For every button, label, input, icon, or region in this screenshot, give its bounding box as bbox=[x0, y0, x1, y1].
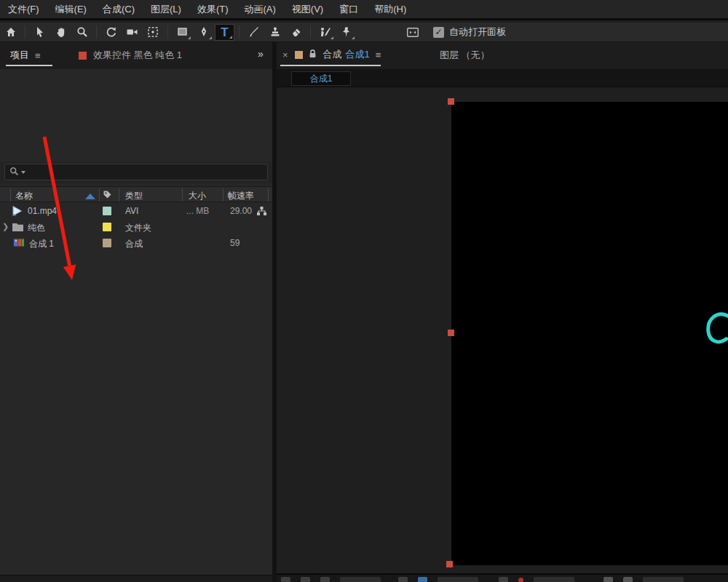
search-icon bbox=[9, 166, 19, 179]
tab-layer[interactable]: 图层 （无） bbox=[440, 49, 490, 62]
composition-text-glyph bbox=[705, 303, 728, 356]
home-button[interactable] bbox=[1, 24, 20, 41]
layer-handle-mid-left[interactable] bbox=[448, 330, 454, 336]
label-column-icon[interactable] bbox=[103, 190, 112, 202]
footer-icon[interactable] bbox=[281, 577, 290, 582]
puppet-pin-tool-button[interactable] bbox=[336, 24, 356, 41]
selection-tool-button[interactable] bbox=[30, 24, 50, 41]
column-size[interactable]: 大小 bbox=[189, 190, 206, 202]
brush-tool-button[interactable] bbox=[244, 24, 264, 41]
table-row[interactable]: 合成 1 合成 59 bbox=[0, 235, 272, 251]
flyout-indicator-icon bbox=[188, 36, 191, 39]
layer-handle-bottom-left[interactable] bbox=[446, 561, 453, 567]
project-panel-footer bbox=[0, 575, 272, 582]
footer-icon[interactable] bbox=[623, 577, 633, 582]
hand-tool-button[interactable] bbox=[51, 24, 71, 41]
footer-dropdown[interactable] bbox=[340, 577, 381, 582]
folder-icon bbox=[12, 222, 24, 234]
panel-menu-icon[interactable]: ≡ bbox=[376, 49, 381, 60]
active-tab-underline bbox=[280, 65, 381, 66]
menu-help[interactable]: 帮助(H) bbox=[366, 3, 414, 16]
footer-dropdown[interactable] bbox=[643, 577, 684, 582]
type-tool-icon: T bbox=[221, 26, 228, 39]
footer-icon[interactable] bbox=[518, 578, 523, 582]
menu-layer[interactable]: 图层(L) bbox=[143, 3, 189, 16]
pan-behind-tool-button[interactable] bbox=[143, 24, 163, 41]
auto-open-panel-checkbox[interactable]: ✓ bbox=[433, 27, 444, 38]
footer-icon[interactable] bbox=[301, 577, 310, 582]
rotate-tool-button[interactable] bbox=[101, 24, 121, 41]
pan-behind-tool-icon bbox=[147, 26, 159, 38]
table-row[interactable]: ❯ 纯色 文件夹 bbox=[0, 219, 272, 235]
footer-icon[interactable] bbox=[398, 577, 408, 582]
column-framerate[interactable]: 帧速率 bbox=[228, 190, 254, 202]
roto-brush-tool-button[interactable] bbox=[315, 24, 335, 41]
rectangle-tool-button[interactable] bbox=[173, 24, 192, 41]
footer-icon[interactable] bbox=[418, 577, 427, 582]
eraser-tool-button[interactable] bbox=[286, 24, 306, 41]
panel-toggle-button[interactable] bbox=[403, 24, 422, 41]
brush-tool-icon bbox=[248, 26, 260, 38]
camera-tool-icon bbox=[126, 26, 138, 38]
tools-toolbar: T ✓ 自动打开面板 bbox=[0, 23, 728, 42]
layer-handle-top-left[interactable] bbox=[448, 98, 454, 105]
table-row[interactable]: 01.mp4 AVI ... MB 29.00 bbox=[0, 203, 272, 219]
clone-stamp-tool-button[interactable] bbox=[265, 24, 285, 41]
viewer-subtab-comp1[interactable]: 合成1 bbox=[291, 71, 351, 86]
toolbar-divider bbox=[96, 25, 97, 39]
footer-dropdown[interactable] bbox=[534, 577, 574, 582]
label-color-chip[interactable] bbox=[103, 239, 111, 247]
sort-ascending-icon[interactable] bbox=[85, 194, 95, 199]
expand-chevron-icon[interactable]: ❯ bbox=[2, 222, 9, 231]
search-options-caret-icon[interactable] bbox=[21, 171, 25, 174]
pen-tool-button[interactable] bbox=[194, 24, 213, 41]
label-color-chip[interactable] bbox=[103, 207, 111, 215]
item-type: 文件夹 bbox=[125, 222, 151, 234]
column-type[interactable]: 类型 bbox=[125, 190, 143, 202]
menu-window[interactable]: 窗口 bbox=[331, 3, 366, 16]
footer-dropdown[interactable] bbox=[438, 577, 478, 582]
footer-icon[interactable] bbox=[320, 577, 330, 582]
label-color-chip[interactable] bbox=[103, 223, 111, 231]
camera-tool-button[interactable] bbox=[122, 24, 142, 41]
menu-file[interactable]: 文件(F) bbox=[0, 3, 47, 16]
puppet-pin-tool-icon bbox=[341, 26, 352, 38]
tab-project[interactable]: 项目 ≡ bbox=[10, 49, 41, 62]
composition-viewer-panel: 合成1 bbox=[277, 69, 728, 582]
tab-overflow-chevron-icon[interactable]: » bbox=[258, 48, 264, 60]
menu-composition[interactable]: 合成(C) bbox=[95, 3, 143, 16]
tab-composition[interactable]: × 合成 合成1 ≡ bbox=[282, 48, 381, 61]
interpret-footage-icon bbox=[256, 206, 267, 218]
rotate-tool-icon bbox=[105, 26, 117, 38]
footage-play-icon bbox=[11, 205, 23, 219]
column-name[interactable]: 名称 bbox=[15, 190, 33, 202]
footer-icon[interactable] bbox=[604, 577, 613, 582]
clone-stamp-tool-icon bbox=[269, 26, 281, 38]
comp-color-swatch-icon bbox=[295, 51, 303, 59]
type-tool-button[interactable]: T bbox=[215, 24, 234, 41]
comp-tab-name: 合成1 bbox=[346, 48, 370, 61]
menu-effect[interactable]: 效果(T) bbox=[189, 3, 237, 16]
menu-edit[interactable]: 编辑(E) bbox=[47, 3, 95, 16]
flyout-indicator-icon bbox=[209, 36, 212, 39]
project-table-header: 名称 类型 大小 帧速率 bbox=[0, 186, 272, 202]
menu-animation[interactable]: 动画(A) bbox=[237, 3, 284, 16]
panel-menu-icon[interactable]: ≡ bbox=[35, 50, 41, 61]
search-input[interactable] bbox=[4, 164, 268, 180]
tab-effect-controls[interactable]: 效果控件 黑色 纯色 1 bbox=[79, 49, 182, 62]
zoom-tool-button[interactable] bbox=[72, 24, 92, 41]
menu-view[interactable]: 视图(V) bbox=[284, 3, 331, 16]
toolbar-divider bbox=[239, 25, 240, 39]
menu-bar: 文件(F) 编辑(E) 合成(C) 图层(L) 效果(T) 动画(A) 视图(V… bbox=[0, 0, 728, 20]
viewer-subtab-strip: 合成1 bbox=[277, 69, 728, 87]
item-name: 合成 1 bbox=[29, 238, 54, 250]
auto-open-panel-label: 自动打开面板 bbox=[449, 25, 506, 39]
footer-icon[interactable] bbox=[499, 577, 508, 582]
home-icon bbox=[5, 26, 17, 38]
composition-canvas[interactable] bbox=[451, 102, 728, 565]
roto-brush-tool-icon bbox=[319, 26, 331, 38]
toolbar-right-group: ✓ 自动打开面板 bbox=[402, 24, 506, 41]
close-tab-icon[interactable]: × bbox=[282, 49, 288, 60]
toolbar-divider bbox=[25, 25, 25, 39]
panel-tab-strip: 项目 ≡ 效果控件 黑色 纯色 1 » × 合成 合成1 ≡ 图层 （无） bbox=[0, 42, 728, 69]
